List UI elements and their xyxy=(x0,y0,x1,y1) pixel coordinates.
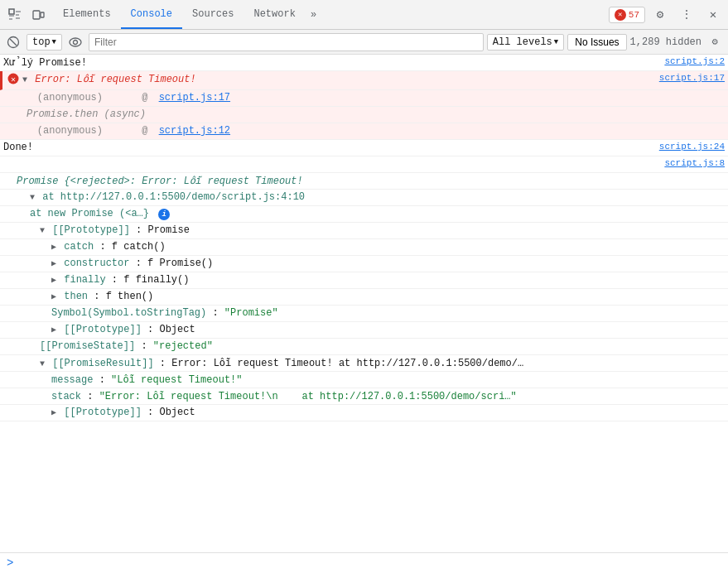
console-row-then: then : f then() xyxy=(0,289,728,306)
async-text: Promise.then (async) xyxy=(13,108,146,120)
source-link-1[interactable]: script.js:2 xyxy=(658,56,725,66)
proto-value: : Promise xyxy=(136,224,190,236)
row-main: Symbol(Symbol.toStringTag) : "Promise" xyxy=(51,307,725,319)
tab-sources[interactable]: Sources xyxy=(182,0,243,29)
console-settings-btn[interactable]: ⚙ xyxy=(705,32,725,52)
expand-arrow-7[interactable] xyxy=(51,325,56,335)
stack-value: "Error: Lỗi request Timeout!\n at http:/… xyxy=(99,391,517,402)
trace-link-1[interactable]: script.js:17 xyxy=(159,92,230,104)
console-row-at2: at new Promise (<a…} i xyxy=(0,206,728,223)
console-row-constructor: constructor : f Promise() xyxy=(0,256,728,272)
anon-label-2: (anonymous) xyxy=(13,125,103,137)
expand-arrow-6[interactable] xyxy=(51,291,56,301)
catch-value: : f catch() xyxy=(99,241,165,253)
console-row-finally: finally : f finally() xyxy=(0,272,728,289)
pr-value: : Error: Lỗi request Timeout! at http://… xyxy=(160,358,523,369)
svg-rect-2 xyxy=(41,12,44,17)
promise-text: Promise {<rejected>: Error: Lỗi request … xyxy=(17,176,303,187)
more-options-btn[interactable]: ⋮ xyxy=(675,3,698,26)
tab-console[interactable]: Console xyxy=(121,0,182,29)
tab-network[interactable]: Network xyxy=(243,0,305,29)
expand-arrow-5[interactable] xyxy=(51,275,56,285)
console-row-at1: at http://127.0.0.1:5500/demo/script.js:… xyxy=(0,190,728,206)
row-main: at new Promise (<a…} i xyxy=(30,208,725,220)
info-badge[interactable]: i xyxy=(158,209,170,220)
console-row-promise: Promise {<rejected>: Error: Lỗi request … xyxy=(0,173,728,190)
console-row-symbol: Symbol(Symbol.toStringTag) : "Promise" xyxy=(0,306,728,322)
source-link-4[interactable]: script.js:8 xyxy=(664,158,725,168)
expand-arrow-4[interactable] xyxy=(51,258,56,268)
then-value: : f then() xyxy=(94,291,153,302)
expand-arrow-3[interactable] xyxy=(51,242,56,252)
ps-colon: : xyxy=(141,340,152,352)
svg-rect-1 xyxy=(33,11,40,19)
svg-point-6 xyxy=(74,40,78,44)
console-input[interactable] xyxy=(17,557,721,569)
expand-arrow-8[interactable] xyxy=(40,359,45,368)
at-url-2: at new Promise (<a…} xyxy=(30,208,149,219)
row-main: Error: Lỗi request Timeout! xyxy=(22,73,653,85)
symbol-value: "Promise" xyxy=(224,307,278,319)
row-main: at http://127.0.0.1:5500/demo/script.js:… xyxy=(30,191,725,203)
console-row-proto2: [[Prototype]] : Object xyxy=(0,322,728,339)
levels-dropdown[interactable]: All levels ▼ xyxy=(487,34,564,51)
constructor-value: : f Promise() xyxy=(136,258,214,269)
error-count-badge[interactable]: ✕ 57 xyxy=(609,7,645,23)
row-main: Xử lý Promise! xyxy=(3,56,658,69)
proto3-value: : Object xyxy=(147,407,195,418)
expand-arrow-2[interactable] xyxy=(40,226,45,235)
stack-key: stack xyxy=(51,391,81,402)
catch-key: catch xyxy=(64,241,94,253)
row-main: finally : f finally() xyxy=(51,274,725,286)
expand-arrow-9[interactable] xyxy=(51,407,56,417)
inspect-element-btn[interactable] xyxy=(3,3,27,26)
toolbar-right: ✕ 57 ⚙ ⋮ ✕ xyxy=(609,3,725,26)
expand-arrow[interactable] xyxy=(22,75,27,84)
pr-key: [[PromiseResult]] xyxy=(52,358,153,369)
row-main: [[Prototype]] : Object xyxy=(51,324,725,335)
row-main: (anonymous) @ script.js:12 xyxy=(13,125,725,137)
chevron-down-icon: ▼ xyxy=(554,38,558,46)
row-main: catch : f catch() xyxy=(51,241,725,253)
console-row-proto3: [[Prototype]] : Object xyxy=(0,405,728,421)
no-issues-btn[interactable]: No Issues xyxy=(567,34,626,51)
at-url-1: at http://127.0.0.1:5500/demo/script.js:… xyxy=(42,191,305,203)
eye-icon[interactable] xyxy=(65,32,85,52)
console-output: Xử lý Promise! script.js:2 ✕ Error: Lỗi … xyxy=(0,55,728,552)
ps-key: [[PromiseState]] xyxy=(40,340,135,352)
clear-console-btn[interactable] xyxy=(3,32,23,52)
console-row-async: Promise.then (async) xyxy=(0,107,728,123)
finally-value: : f finally() xyxy=(112,274,190,286)
tab-elements[interactable]: Elements xyxy=(53,0,121,29)
console-prompt: > xyxy=(7,556,13,570)
source-link-2[interactable]: script.js:17 xyxy=(653,73,725,83)
device-toggle-btn[interactable] xyxy=(27,3,50,26)
svg-rect-0 xyxy=(9,9,14,14)
at-label-2: @ xyxy=(108,125,152,137)
row-main: then : f then() xyxy=(51,291,725,302)
settings-btn[interactable]: ⚙ xyxy=(648,3,672,26)
context-selector[interactable]: top ▼ xyxy=(27,34,62,51)
more-tabs-btn[interactable]: » xyxy=(306,0,321,29)
stack-colon: : xyxy=(87,391,99,402)
console-row-catch: catch : f catch() xyxy=(0,239,728,256)
source-link-3[interactable]: script.js:24 xyxy=(653,142,725,152)
hidden-count: 1,289 hidden xyxy=(630,36,701,48)
symbol-colon: : xyxy=(212,307,224,319)
done-text: Done! xyxy=(3,142,33,153)
row-main: stack : "Error: Lỗi request Timeout!\n a… xyxy=(51,390,725,402)
row-main: Promise {<rejected>: Error: Lỗi request … xyxy=(17,175,725,187)
filter-input[interactable] xyxy=(89,33,484,51)
msg-colon: : xyxy=(99,374,111,386)
msg-value: "Lỗi request Timeout!" xyxy=(111,374,242,386)
anon-label: (anonymous) xyxy=(13,92,103,104)
expand-arrow-1[interactable] xyxy=(30,193,35,202)
svg-line-4 xyxy=(10,39,17,46)
row-main: Promise.then (async) xyxy=(13,108,725,120)
row-main: [[PromiseState]] : "rejected" xyxy=(40,340,725,352)
console-row-stack: stack : "Error: Lỗi request Timeout!\n a… xyxy=(0,388,728,405)
proto3-key: [[Prototype]] xyxy=(64,407,142,418)
trace-link-2[interactable]: script.js:12 xyxy=(159,125,230,137)
msg-key: message xyxy=(51,374,93,386)
close-btn[interactable]: ✕ xyxy=(701,3,725,26)
